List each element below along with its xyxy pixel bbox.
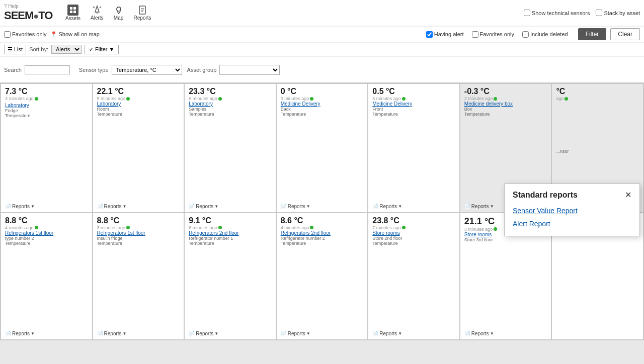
show-all-on-map-link[interactable]: 📍 Show all on map — [50, 31, 99, 38]
filter-toggle-button[interactable]: ✓ Filter ▼ — [85, 45, 119, 54]
card-type: Temperature — [97, 112, 180, 117]
card-sub: Back — [281, 107, 364, 112]
having-alert-checkbox[interactable] — [426, 31, 433, 38]
card-sub: Refrigerator number 2 — [281, 236, 364, 241]
card-temperature: 22.1 °C — [97, 87, 180, 96]
reports-button[interactable]: 📄 Reports ▼ — [97, 202, 180, 209]
card-location[interactable]: Refrigerators 1st floor — [5, 230, 88, 236]
card-location[interactable]: Store rooms — [372, 230, 455, 236]
include-deleted-checkbox[interactable] — [522, 31, 529, 38]
reports-button[interactable]: 📄 Reports ▼ — [372, 329, 455, 336]
sort-select[interactable]: Alerts Name — [51, 45, 82, 54]
status-dot — [218, 226, 222, 229]
sensor-card-2: 23.3 °C 6 minutes ago Laboratory Samples… — [185, 84, 276, 212]
card-temperature: 8.6 °C — [281, 216, 364, 225]
reports-button[interactable]: 📄 Reports ▼ — [281, 329, 364, 336]
sensor-type-label: Sensor type — [79, 67, 109, 73]
favorites-only-label[interactable]: Favorites only — [4, 31, 46, 38]
logo-section: ? Help SEEM●TO — [4, 4, 59, 22]
card-location[interactable]: Medicine delivery box — [464, 101, 547, 107]
status-dot — [35, 226, 38, 229]
brand-logo: SEEM●TO — [4, 9, 59, 22]
nav-alerts[interactable]: Alerts — [87, 4, 108, 22]
popup-close-button[interactable]: ✕ — [625, 190, 631, 200]
card-location[interactable]: Laboratory — [97, 101, 180, 107]
reports-button[interactable]: 📄 Reports ▼ — [5, 202, 88, 209]
clear-button[interactable]: Clear — [610, 28, 640, 40]
reports-doc-icon: 📄 — [464, 204, 470, 209]
reports-button[interactable]: 📄 Reports ▼ — [189, 202, 272, 209]
card-time: 3 minutes ago — [5, 96, 88, 101]
dropdown-chevron: ▼ — [398, 331, 402, 336]
card-time: 5 minutes ago — [372, 96, 455, 101]
reports-nav-icon — [137, 5, 147, 15]
card-temperature: 0.5 °C — [372, 87, 455, 96]
card-location[interactable]: Refrigerators 2nd floor — [189, 230, 272, 236]
svg-rect-0 — [70, 7, 72, 10]
card-location[interactable]: Laboratory — [189, 101, 272, 107]
card-temperature: -0.3 °C — [464, 87, 547, 96]
card-temperature: 8.8 °C — [5, 216, 88, 225]
nav-map[interactable]: Map — [110, 4, 128, 22]
stack-by-asset-label[interactable]: Stack by asset — [596, 10, 640, 16]
show-technical-sensors-label[interactable]: Show technical sensors — [524, 10, 590, 16]
reports-doc-icon: 📄 — [5, 204, 11, 209]
assets-button[interactable]: Assets — [65, 5, 80, 21]
sensor-value-report-link[interactable]: Sensor Value Report — [513, 207, 631, 215]
reports-button[interactable]: 📄 Reports ▼ — [281, 202, 364, 209]
popup-title: Standard reports — [513, 191, 578, 200]
card-sub: Room — [97, 107, 180, 112]
reports-button[interactable]: 📄 Reports ▼ — [5, 329, 88, 336]
card-sub: type number 2 — [5, 236, 88, 241]
status-dot — [402, 226, 406, 229]
list-view-button[interactable]: ☰ List — [4, 45, 26, 54]
reports-doc-icon: 📄 — [372, 204, 378, 209]
card-type: Temperature — [5, 113, 88, 118]
reports-doc-icon: 📄 — [5, 331, 11, 336]
card-sub: Samples — [189, 107, 272, 112]
status-dot — [35, 97, 38, 101]
second-favorites-checkbox[interactable] — [472, 31, 478, 38]
status-dot — [218, 97, 222, 101]
having-alert-label[interactable]: Having alert — [426, 31, 464, 38]
status-dot — [494, 97, 497, 101]
svg-rect-2 — [70, 11, 72, 13]
help-link[interactable]: ? Help — [4, 4, 59, 9]
favorites-only-checkbox[interactable] — [4, 31, 11, 38]
card-location[interactable]: Medicine Delivery — [372, 101, 455, 107]
reports-doc-icon: 📄 — [464, 331, 470, 336]
alert-report-link[interactable]: Alert Report — [513, 220, 631, 228]
show-technical-sensors-checkbox[interactable] — [524, 10, 530, 16]
status-dot — [494, 227, 497, 231]
second-favorites-label[interactable]: Favorites only — [472, 31, 514, 38]
card-location[interactable]: Laboratory — [5, 103, 88, 108]
asset-group-select[interactable] — [219, 65, 280, 75]
card-sub: Store 3rd floor — [464, 237, 547, 242]
status-dot — [402, 97, 406, 101]
reports-button[interactable]: 📄 Reports ▼ — [97, 329, 180, 336]
card-sub: Refrigerator number 1 — [189, 236, 272, 241]
map-pin-icon: 📍 — [50, 31, 57, 38]
card-location[interactable]: Refrigerators 2nd floor — [281, 230, 364, 236]
sensor-type-select[interactable]: Temperature, °C Humidity — [112, 65, 182, 75]
card-sub: Store 2nd floor — [372, 236, 455, 241]
reports-doc-icon: 📄 — [189, 204, 195, 209]
reports-button[interactable]: 📄 Reports ▼ — [464, 329, 547, 336]
dropdown-chevron: ▼ — [214, 331, 218, 336]
card-location[interactable]: Refrigerators 1st floor — [97, 230, 180, 236]
search-input[interactable] — [25, 65, 70, 74]
search-label: Search — [4, 67, 22, 73]
sensor-card-11: 23.8 °C 7 minutes ago Store rooms Store … — [368, 213, 459, 340]
card-sub: Fridge — [5, 108, 88, 113]
dropdown-chevron: ▼ — [123, 204, 127, 209]
nav-reports[interactable]: Reports — [130, 4, 155, 22]
reports-button[interactable]: 📄 Reports ▼ — [372, 202, 455, 209]
reports-doc-icon: 📄 — [281, 204, 287, 209]
card-location[interactable]: Medicine Delivery — [281, 101, 364, 107]
sensor-card-3: 0 °C 3 minutes ago Medicine Delivery Bac… — [277, 84, 368, 212]
stack-by-asset-checkbox[interactable] — [596, 10, 602, 16]
include-deleted-label[interactable]: Include deleted — [522, 31, 568, 38]
filter-button[interactable]: Filter — [578, 28, 607, 40]
reports-button[interactable]: 📄 Reports ▼ — [189, 329, 272, 336]
reports-doc-icon: 📄 — [281, 331, 287, 336]
